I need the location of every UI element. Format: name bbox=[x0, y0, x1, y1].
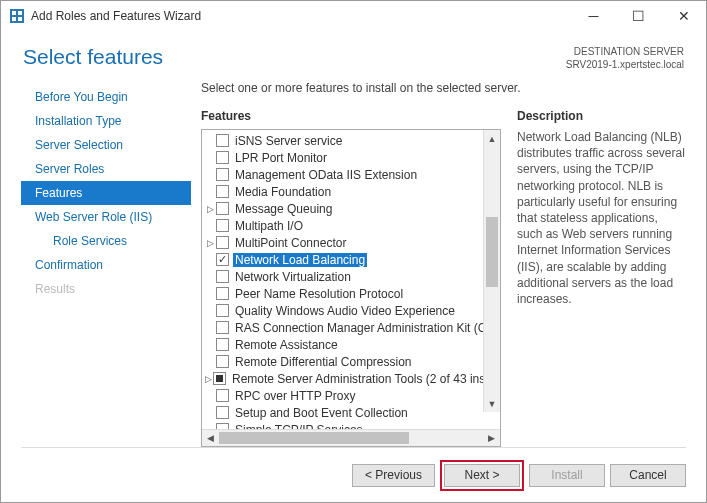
checkbox-ras-cmak[interactable] bbox=[216, 321, 229, 334]
description-text: Network Load Balancing (NLB) distributes… bbox=[517, 129, 686, 307]
maximize-button[interactable]: ☐ bbox=[616, 1, 661, 31]
app-icon bbox=[9, 8, 25, 24]
hscroll-track[interactable] bbox=[219, 430, 483, 446]
features-column: Features iSNS Server service LPR Port Mo… bbox=[201, 109, 501, 447]
nav-server-roles[interactable]: Server Roles bbox=[21, 157, 191, 181]
close-button[interactable]: ✕ bbox=[661, 1, 706, 31]
checkbox-msgq[interactable] bbox=[216, 202, 229, 215]
label-lpr: LPR Port Monitor bbox=[233, 151, 329, 165]
body: Before You Begin Installation Type Serve… bbox=[1, 81, 706, 447]
feature-setup-boot[interactable]: Setup and Boot Event Collection bbox=[204, 404, 500, 421]
feature-multipoint[interactable]: ▷MultiPoint Connector bbox=[204, 234, 500, 251]
label-qwave: Quality Windows Audio Video Experience bbox=[233, 304, 457, 318]
install-button: Install bbox=[529, 464, 605, 487]
svg-rect-2 bbox=[18, 11, 22, 15]
vscroll-track[interactable] bbox=[484, 147, 500, 395]
feature-msgq[interactable]: ▷Message Queuing bbox=[204, 200, 500, 217]
checkbox-lpr[interactable] bbox=[216, 151, 229, 164]
hscroll-thumb[interactable] bbox=[219, 432, 409, 444]
label-nlb: Network Load Balancing bbox=[233, 253, 367, 267]
checkbox-rsat[interactable] bbox=[213, 372, 226, 385]
checkbox-netvirt[interactable] bbox=[216, 270, 229, 283]
feature-ras-cmak[interactable]: RAS Connection Manager Administration Ki… bbox=[204, 319, 500, 336]
checkbox-simple-tcp[interactable] bbox=[216, 423, 229, 429]
feature-isns[interactable]: iSNS Server service bbox=[204, 132, 500, 149]
checkbox-mgmt-odata[interactable] bbox=[216, 168, 229, 181]
next-highlight: Next > bbox=[440, 460, 524, 491]
page-title: Select features bbox=[23, 45, 566, 69]
scroll-left-icon[interactable]: ◀ bbox=[202, 430, 219, 446]
nav-web-server-role[interactable]: Web Server Role (IIS) bbox=[21, 205, 191, 229]
label-ras-cmak: RAS Connection Manager Administration Ki… bbox=[233, 321, 500, 335]
feature-netvirt[interactable]: Network Virtualization bbox=[204, 268, 500, 285]
feature-lpr[interactable]: LPR Port Monitor bbox=[204, 149, 500, 166]
feature-rdc[interactable]: Remote Differential Compression bbox=[204, 353, 500, 370]
label-remote-assist: Remote Assistance bbox=[233, 338, 340, 352]
checkbox-pnrp[interactable] bbox=[216, 287, 229, 300]
description-column: Description Network Load Balancing (NLB)… bbox=[501, 109, 686, 447]
vscroll-thumb[interactable] bbox=[486, 217, 498, 287]
cancel-button[interactable]: Cancel bbox=[610, 464, 686, 487]
nav-server-selection[interactable]: Server Selection bbox=[21, 133, 191, 157]
titlebar: Add Roles and Features Wizard ─ ☐ ✕ bbox=[1, 1, 706, 31]
checkbox-multipoint[interactable] bbox=[216, 236, 229, 249]
intro-text: Select one or more features to install o… bbox=[201, 81, 686, 95]
checkbox-qwave[interactable] bbox=[216, 304, 229, 317]
feature-rpc-http[interactable]: RPC over HTTP Proxy bbox=[204, 387, 500, 404]
nav-before-begin[interactable]: Before You Begin bbox=[21, 85, 191, 109]
feature-rsat[interactable]: ▷Remote Server Administration Tools (2 o… bbox=[204, 370, 500, 387]
checkbox-rdc[interactable] bbox=[216, 355, 229, 368]
nav-results: Results bbox=[21, 277, 191, 301]
columns: Features iSNS Server service LPR Port Mo… bbox=[201, 109, 686, 447]
label-isns: iSNS Server service bbox=[233, 134, 344, 148]
horizontal-scrollbar[interactable]: ◀ ▶ bbox=[202, 429, 500, 446]
feature-pnrp[interactable]: Peer Name Resolution Protocol bbox=[204, 285, 500, 302]
feature-mgmt-odata[interactable]: Management OData IIS Extension bbox=[204, 166, 500, 183]
expander-multipoint[interactable]: ▷ bbox=[205, 238, 215, 248]
feature-remote-assist[interactable]: Remote Assistance bbox=[204, 336, 500, 353]
checkbox-setup-boot[interactable] bbox=[216, 406, 229, 419]
expander-msgq[interactable]: ▷ bbox=[205, 204, 215, 214]
header: Select features DESTINATION SERVER SRV20… bbox=[1, 31, 706, 81]
description-heading: Description bbox=[517, 109, 686, 123]
nav-installation-type[interactable]: Installation Type bbox=[21, 109, 191, 133]
minimize-button[interactable]: ─ bbox=[571, 1, 616, 31]
main: Select one or more features to install o… bbox=[191, 81, 686, 447]
feature-media[interactable]: Media Foundation bbox=[204, 183, 500, 200]
checkbox-multipath[interactable] bbox=[216, 219, 229, 232]
expander-rsat[interactable]: ▷ bbox=[205, 374, 212, 384]
label-mgmt-odata: Management OData IIS Extension bbox=[233, 168, 419, 182]
checkbox-media[interactable] bbox=[216, 185, 229, 198]
feature-simple-tcp[interactable]: Simple TCP/IP Services bbox=[204, 421, 500, 429]
scroll-up-icon[interactable]: ▲ bbox=[484, 130, 500, 147]
footer: < Previous Next > Install Cancel bbox=[1, 448, 706, 502]
checkbox-isns[interactable] bbox=[216, 134, 229, 147]
label-rsat: Remote Server Administration Tools (2 of… bbox=[230, 372, 500, 386]
label-multipoint: MultiPoint Connector bbox=[233, 236, 348, 250]
checkbox-nlb[interactable] bbox=[216, 253, 229, 266]
feature-nlb[interactable]: Network Load Balancing bbox=[204, 251, 500, 268]
sidebar: Before You Begin Installation Type Serve… bbox=[21, 81, 191, 447]
svg-rect-1 bbox=[12, 11, 16, 15]
features-list-inner[interactable]: iSNS Server service LPR Port Monitor Man… bbox=[202, 130, 500, 429]
vertical-scrollbar[interactable]: ▲ ▼ bbox=[483, 130, 500, 412]
nav-features[interactable]: Features bbox=[21, 181, 191, 205]
destination-label: DESTINATION SERVER bbox=[566, 45, 684, 58]
features-heading: Features bbox=[201, 109, 501, 123]
nav-confirmation[interactable]: Confirmation bbox=[21, 253, 191, 277]
label-multipath: Multipath I/O bbox=[233, 219, 305, 233]
checkbox-remote-assist[interactable] bbox=[216, 338, 229, 351]
feature-multipath[interactable]: Multipath I/O bbox=[204, 217, 500, 234]
next-button[interactable]: Next > bbox=[444, 464, 520, 487]
label-netvirt: Network Virtualization bbox=[233, 270, 353, 284]
scroll-right-icon[interactable]: ▶ bbox=[483, 430, 500, 446]
scroll-down-icon[interactable]: ▼ bbox=[484, 395, 500, 412]
label-msgq: Message Queuing bbox=[233, 202, 334, 216]
window-title: Add Roles and Features Wizard bbox=[31, 9, 571, 23]
window-controls: ─ ☐ ✕ bbox=[571, 1, 706, 31]
destination-server: SRV2019-1.xpertstec.local bbox=[566, 58, 684, 71]
previous-button[interactable]: < Previous bbox=[352, 464, 435, 487]
feature-qwave[interactable]: Quality Windows Audio Video Experience bbox=[204, 302, 500, 319]
checkbox-rpc-http[interactable] bbox=[216, 389, 229, 402]
nav-role-services[interactable]: Role Services bbox=[21, 229, 191, 253]
